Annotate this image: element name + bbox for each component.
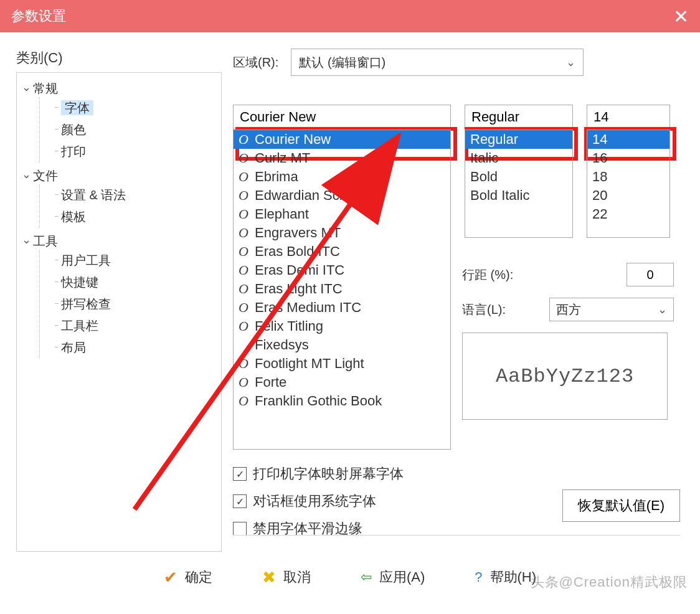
- style-input[interactable]: [465, 105, 573, 130]
- opentype-icon: O: [239, 206, 251, 222]
- ok-button[interactable]: ✔确定: [164, 568, 212, 587]
- font-list[interactable]: OCourier NewOCurlz MTOEbrimaOEdwardian S…: [233, 130, 451, 450]
- watermark: 头条@Creation精武极限: [531, 573, 688, 592]
- font-list-item[interactable]: OEras Medium ITC: [234, 298, 450, 317]
- close-icon[interactable]: ✕: [673, 6, 689, 27]
- font-list-item[interactable]: Fixedsys: [234, 336, 450, 354]
- separator: [233, 535, 680, 536]
- font-list-item[interactable]: OElephant: [234, 205, 450, 224]
- opentype-icon: O: [239, 281, 251, 297]
- opentype-icon: O: [239, 356, 251, 372]
- size-list-item[interactable]: 18: [587, 168, 669, 186]
- size-list-item[interactable]: 22: [587, 205, 669, 224]
- region-select[interactable]: 默认 (编辑窗口) ⌄: [291, 49, 584, 76]
- opentype-icon: O: [239, 225, 251, 241]
- opentype-icon: O: [239, 150, 251, 166]
- font-list-item[interactable]: OEbrima: [234, 168, 450, 186]
- tree-file[interactable]: 文件 设置 & 语法 模板: [21, 165, 217, 230]
- line-spacing-label: 行距 (%):: [462, 267, 543, 283]
- opentype-icon: O: [239, 318, 251, 334]
- font-list-item[interactable]: OEras Bold ITC: [234, 242, 450, 261]
- check-printer-map[interactable]: 打印机字体映射屏幕字体: [233, 465, 684, 483]
- opentype-icon: O: [239, 131, 251, 148]
- tree-print[interactable]: 打印: [49, 141, 217, 163]
- help-icon: ?: [475, 569, 482, 585]
- cancel-button[interactable]: ✖取消: [262, 568, 311, 587]
- window-title: 参数设置: [11, 7, 66, 26]
- size-list-item[interactable]: 20: [587, 186, 669, 205]
- opentype-icon: O: [239, 300, 251, 316]
- font-list-item[interactable]: OEras Demi ITC: [234, 261, 450, 280]
- opentype-icon: O: [239, 374, 251, 390]
- apply-button[interactable]: ⇦应用(A): [361, 568, 425, 587]
- font-list-item[interactable]: OEdwardian Script ITC: [234, 186, 450, 205]
- opentype-icon: O: [239, 243, 251, 260]
- x-icon: ✖: [262, 568, 276, 587]
- size-list-item[interactable]: 16: [587, 149, 669, 168]
- tree-settings-grammar[interactable]: 设置 & 语法: [49, 184, 217, 206]
- tree-color[interactable]: 颜色: [49, 119, 217, 141]
- tree-font[interactable]: 字体: [49, 97, 217, 119]
- button-bar: ✔确定 ✖取消 ⇦应用(A) ?帮助(H) 头条@Creation精武极限: [0, 555, 700, 599]
- opentype-icon: O: [239, 187, 251, 204]
- font-input[interactable]: [233, 105, 451, 130]
- title-bar: 参数设置 ✕: [0, 0, 700, 32]
- checkbox-icon: [233, 522, 247, 536]
- category-tree[interactable]: 常规 字体 颜色 打印 文件 设置 & 语法 模板 工具 用户工具: [16, 72, 222, 552]
- font-list-item[interactable]: OFranklin Gothic Book: [234, 392, 450, 410]
- tree-general[interactable]: 常规 字体 颜色 打印: [21, 78, 217, 165]
- style-list-item[interactable]: Regular: [465, 130, 572, 149]
- opentype-icon: O: [239, 393, 251, 409]
- check-icon: ✔: [164, 568, 177, 587]
- checkbox-icon: [233, 467, 247, 481]
- font-list-item[interactable]: OEras Light ITC: [234, 280, 450, 298]
- help-button[interactable]: ?帮助(H): [475, 568, 536, 587]
- font-list-item[interactable]: OForte: [234, 373, 450, 392]
- tree-user-tool[interactable]: 用户工具: [49, 250, 217, 272]
- tree-template[interactable]: 模板: [49, 206, 217, 228]
- checkbox-icon: [233, 494, 247, 508]
- font-list-item[interactable]: OFelix Titling: [234, 317, 450, 336]
- category-pane: 类别(C) 常规 字体 颜色 打印 文件 设置 & 语法 模板 工具: [16, 49, 222, 549]
- category-label: 类别(C): [16, 49, 222, 67]
- dialog-body: 类别(C) 常规 字体 颜色 打印 文件 设置 & 语法 模板 工具: [0, 32, 700, 555]
- size-input[interactable]: [587, 105, 670, 130]
- chevron-down-icon: ⌄: [566, 55, 575, 69]
- size-list-item[interactable]: 14: [587, 130, 669, 149]
- style-list-item[interactable]: Italic: [465, 149, 572, 168]
- tree-layout[interactable]: 布局: [49, 337, 217, 359]
- region-label: 区域(R):: [233, 54, 278, 71]
- style-list-item[interactable]: Bold: [465, 168, 572, 186]
- size-list[interactable]: 1416182022: [587, 130, 670, 238]
- style-list-item[interactable]: Bold Italic: [465, 186, 572, 205]
- settings-pane: 区域(R): 默认 (编辑窗口) ⌄ OCourier NewOCurlz MT…: [222, 49, 684, 549]
- language-label: 语言(L):: [462, 301, 506, 318]
- font-list-item[interactable]: OEngravers MT: [234, 224, 450, 242]
- tree-tool[interactable]: 工具 用户工具 快捷键 拼写检查 工具栏 布局: [21, 230, 217, 361]
- tree-toolbar[interactable]: 工具栏: [49, 315, 217, 337]
- style-list[interactable]: RegularItalicBoldBold Italic: [465, 130, 573, 238]
- restore-defaults-button[interactable]: 恢复默认值(E): [562, 489, 680, 522]
- font-list-item[interactable]: OCurlz MT: [234, 149, 450, 168]
- font-list-item[interactable]: OCourier New: [234, 130, 450, 149]
- font-list-item[interactable]: OFootlight MT Light: [234, 354, 450, 373]
- opentype-icon: O: [239, 262, 251, 278]
- apply-icon: ⇦: [361, 569, 372, 585]
- tree-shortcut[interactable]: 快捷键: [49, 272, 217, 293]
- tree-spell[interactable]: 拼写检查: [49, 293, 217, 315]
- opentype-icon: O: [239, 169, 251, 185]
